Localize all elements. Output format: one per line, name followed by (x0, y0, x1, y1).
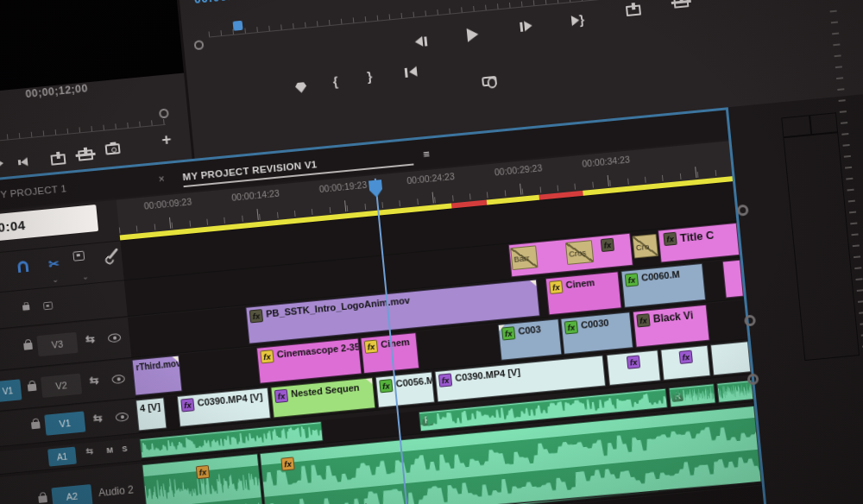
video-clip[interactable]: fx C0390.MP4 [V] (177, 387, 271, 427)
video-clip[interactable]: fx Cinemascope 2-35 (256, 338, 362, 384)
add-marker-button[interactable] (295, 82, 307, 93)
lock-icon[interactable] (22, 305, 30, 312)
audio-clip[interactable] (716, 380, 753, 403)
right-panel-cell (809, 112, 838, 135)
clip-label: C0060.M (641, 269, 681, 283)
tab-close-icon[interactable]: × (157, 164, 167, 194)
track-v2-name[interactable]: V2 (41, 374, 82, 398)
fx-badge: fx (663, 232, 677, 246)
sync-lock-icon[interactable]: ⇆ (89, 374, 99, 387)
source-lift-button[interactable] (50, 154, 66, 166)
timeline-timecode-input[interactable]: :00:04 (0, 205, 98, 243)
clip-label: C0390.MP4 [V] (197, 392, 263, 408)
video-clip-title[interactable]: fx Title C (658, 223, 740, 263)
track-a2-name[interactable]: A2 (51, 484, 92, 504)
ruler-label: 00:00:14:23 (231, 188, 280, 203)
play-in-to-out-button[interactable]: } (570, 12, 584, 28)
panel-menu-icon[interactable]: ≡ (422, 139, 432, 169)
track-a2-label[interactable]: Audio 2 (98, 483, 135, 499)
video-clip[interactable]: fx C003 (498, 318, 563, 361)
sync-lock-icon[interactable] (43, 301, 53, 310)
fx-badge: fx (438, 373, 452, 387)
lock-icon[interactable] (31, 421, 41, 430)
right-panel-cell (781, 115, 811, 137)
chevron-icon[interactable]: ⌄ (52, 275, 59, 285)
program-playhead-timecode[interactable]: 00:00:21:13 (193, 0, 265, 6)
video-clip-sliver[interactable] (722, 260, 744, 299)
chevron-icon[interactable]: ⌄ (82, 272, 89, 281)
program-mini-playhead[interactable] (233, 21, 243, 31)
lock-icon[interactable] (28, 384, 37, 393)
clip-fold (366, 378, 373, 385)
lock-icon[interactable] (38, 495, 47, 504)
mark-in-button[interactable]: { (332, 73, 338, 88)
timeline-settings-wrench-icon[interactable] (107, 252, 120, 255)
go-to-in-button[interactable] (405, 66, 418, 78)
ruler-label: 00:00:29:23 (494, 162, 542, 177)
tab-my-project-1[interactable]: MY PROJECT 1 (0, 173, 68, 210)
program-zoom-handle[interactable] (194, 40, 205, 50)
video-clip[interactable]: rThird.mov (132, 356, 183, 396)
transition-barn-doors[interactable]: Barr (510, 245, 538, 270)
clip-label: C0030 (581, 318, 609, 331)
linked-selection-icon[interactable]: ✂ (48, 255, 60, 272)
mute-button[interactable]: M (106, 445, 113, 455)
fx-badge: fx (180, 398, 194, 412)
track-v3-name[interactable]: V3 (36, 332, 78, 356)
video-clip[interactable]: fx Cinem (545, 271, 622, 315)
lock-icon[interactable] (23, 343, 33, 351)
track-output-eye-icon[interactable] (115, 413, 129, 422)
ruler-label: 00:00:24:23 (406, 171, 455, 186)
fx-badge: fx (564, 320, 578, 334)
mark-out-button[interactable]: } (367, 69, 373, 84)
clip-label: Black Vi (652, 309, 694, 324)
clip-fold (530, 280, 537, 287)
step-forward-button[interactable] (520, 21, 532, 32)
premiere-ui-sheet: 1/4 00;00;12;00 + 00:00:21:13 Fit } + (0, 0, 863, 504)
video-clip[interactable]: fx (607, 350, 661, 386)
sync-lock-icon[interactable]: ⇆ (85, 332, 95, 346)
source-button-editor-plus[interactable]: + (161, 129, 172, 149)
fx-badge: fx (249, 309, 263, 323)
source-play-button[interactable] (0, 158, 4, 169)
lift-button[interactable] (626, 4, 641, 16)
sync-lock-icon[interactable]: ⇆ (92, 411, 103, 425)
snap-toggle-magnet-icon[interactable] (17, 261, 28, 273)
track-v1-name[interactable]: V1 (44, 411, 85, 435)
fx-badge: fx (627, 355, 640, 369)
sync-lock-icon[interactable]: ⇆ (85, 446, 93, 457)
transition-cross-dissolve[interactable]: Cro (633, 234, 658, 259)
clip-fold (172, 356, 179, 363)
video-clip[interactable]: fx C0056.MP (375, 372, 435, 408)
video-clip[interactable]: 4 [V] (135, 397, 167, 431)
play-button[interactable] (467, 28, 479, 42)
extract-button[interactable] (673, 0, 689, 9)
video-clip[interactable]: fx C0060.M (620, 263, 706, 308)
track-output-eye-icon[interactable] (111, 375, 125, 384)
fx-badge: fx (601, 238, 614, 252)
video-clip[interactable]: fx C0030 (560, 312, 633, 355)
source-zoom-handle[interactable] (159, 108, 169, 118)
source-audio-speaker-icon[interactable] (21, 157, 28, 167)
program-mini-timeline-ruler[interactable] (208, 0, 863, 38)
transition-cross-dissolve[interactable]: Cros (565, 240, 594, 265)
audio-waveform (670, 384, 715, 406)
fx-badge: fx (625, 273, 639, 287)
source-extract-button[interactable] (78, 149, 93, 161)
source-export-frame-camera-icon[interactable] (105, 143, 121, 155)
track-a1-name[interactable]: A1 (47, 447, 77, 467)
fx-badge: fx (679, 350, 693, 364)
source-patch-v1[interactable]: V1 (0, 379, 22, 402)
video-clip[interactable]: fx Black Vi (633, 305, 710, 348)
fx-badge: fx (379, 379, 393, 393)
ruler-label: 00:00:19:23 (318, 180, 367, 194)
program-settings-icon[interactable] (482, 76, 497, 87)
fx-badge: fx (260, 350, 274, 363)
clip-label: Title C (679, 229, 715, 245)
video-clip[interactable]: fx (660, 345, 710, 381)
audio-clip[interactable]: R (669, 383, 716, 407)
step-back-button[interactable] (414, 35, 427, 47)
solo-button[interactable]: S (122, 444, 128, 454)
video-clip-sliver[interactable] (710, 341, 751, 375)
track-output-eye-icon[interactable] (108, 333, 122, 343)
